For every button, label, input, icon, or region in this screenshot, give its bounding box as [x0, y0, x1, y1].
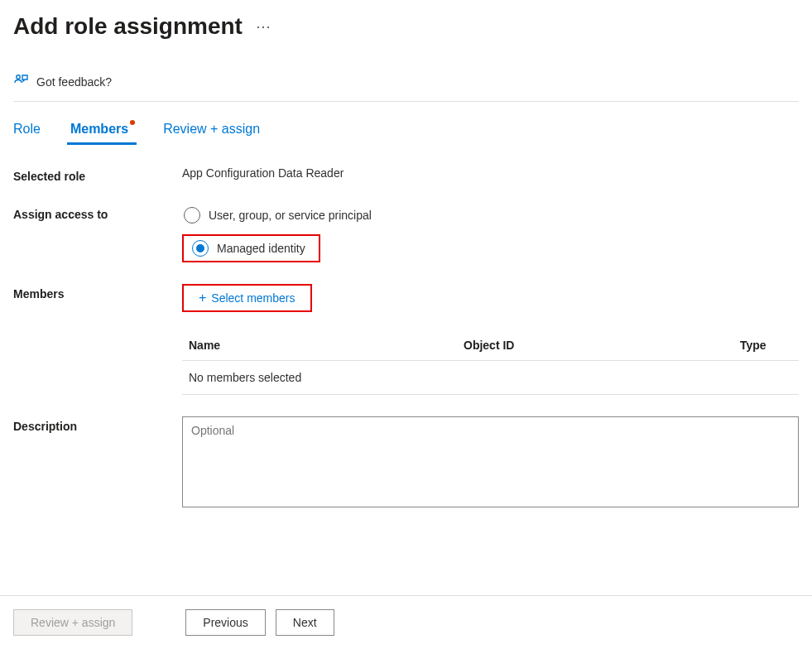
highlight-select-members: + Select members — [182, 284, 312, 312]
description-label: Description — [13, 416, 182, 510]
selected-role-value: App Configuration Data Reader — [182, 166, 799, 183]
select-members-button[interactable]: + Select members — [190, 287, 304, 309]
col-header-type[interactable]: Type — [740, 339, 792, 352]
description-textarea[interactable] — [182, 416, 799, 507]
table-header: Name Object ID Type — [182, 330, 799, 361]
radio-managed-identity[interactable]: Managed identity — [190, 238, 312, 259]
tab-members-label: Members — [70, 122, 128, 136]
more-icon[interactable]: ⋯ — [256, 17, 272, 36]
col-header-object-id[interactable]: Object ID — [464, 339, 740, 352]
tab-review-assign[interactable]: Review + assign — [163, 117, 260, 145]
tab-members[interactable]: Members — [70, 117, 133, 145]
radio-checked-icon — [192, 240, 209, 257]
radio-user-group-service-principal[interactable]: User, group, or service principal — [182, 204, 378, 226]
assign-access-label: Assign access to — [13, 204, 182, 262]
footer-bar: Review + assign Previous Next — [0, 595, 812, 649]
tabs: Role Members Review + assign — [13, 117, 799, 145]
review-assign-button[interactable]: Review + assign — [13, 609, 132, 636]
feedback-icon — [13, 73, 28, 91]
empty-members-message: No members selected — [189, 371, 464, 384]
table-row: No members selected — [182, 361, 799, 395]
col-header-name[interactable]: Name — [189, 339, 464, 352]
select-members-label: Select members — [211, 291, 295, 305]
next-button[interactable]: Next — [276, 609, 334, 636]
members-label: Members — [13, 284, 182, 395]
feedback-bar[interactable]: Got feedback? — [13, 73, 799, 102]
indicator-dot-icon — [130, 120, 135, 125]
radio-managed-identity-label: Managed identity — [217, 242, 305, 255]
selected-role-label: Selected role — [13, 166, 182, 183]
svg-point-0 — [17, 75, 20, 79]
plus-icon: + — [199, 291, 206, 305]
previous-button[interactable]: Previous — [185, 609, 265, 636]
radio-unchecked-icon — [184, 207, 200, 224]
members-table: Name Object ID Type No members selected — [182, 330, 799, 395]
tab-role[interactable]: Role — [13, 117, 41, 145]
highlight-managed-identity: Managed identity — [182, 234, 320, 262]
feedback-text: Got feedback? — [36, 75, 112, 89]
page-title: Add role assignment — [13, 13, 243, 40]
radio-user-group-label: User, group, or service principal — [209, 209, 372, 222]
